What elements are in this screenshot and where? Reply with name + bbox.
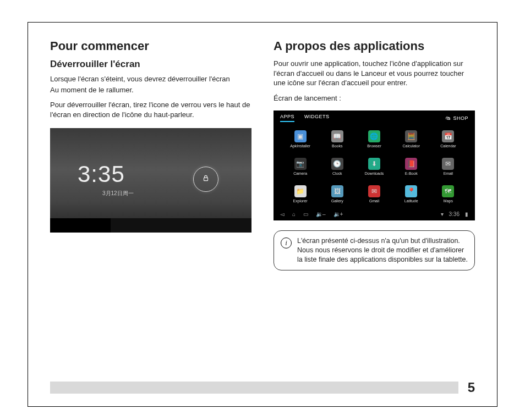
footer-bar	[50, 382, 458, 394]
lock-ring	[193, 167, 218, 192]
app-email[interactable]: ✉Email	[431, 154, 465, 179]
home-icon[interactable]: ⌂	[292, 211, 296, 217]
vol-down-icon[interactable]: 🔉–	[316, 211, 326, 217]
lock-time: 3:35	[78, 161, 125, 187]
app-icon: ✉	[442, 158, 454, 170]
app-label: Clock	[332, 172, 342, 175]
app-icon: 🗺	[442, 185, 454, 197]
note-text: L'écran présenté ci-dessus n'a qu'un but…	[297, 236, 468, 264]
app-icon: 🕒	[331, 158, 343, 170]
page-frame: Pour commencer Déverrouiller l'écran Lor…	[28, 22, 497, 407]
app-icon: 📷	[294, 158, 307, 170]
app-icon: 📍	[405, 185, 417, 197]
lock-date: 3月12日周一	[102, 190, 134, 197]
manual-page: Pour commencer Déverrouiller l'écran Lor…	[0, 0, 525, 420]
tab-widgets[interactable]: WIDGETS	[304, 114, 330, 122]
info-icon: i	[281, 237, 292, 248]
app-icon: 🖼	[331, 185, 343, 197]
left-para-2: Au moment de le rallumer.	[50, 85, 251, 95]
app-icon: ⬇	[368, 158, 380, 170]
app-browser[interactable]: 🌐Browser	[357, 126, 391, 152]
app-gallery[interactable]: 🖼Gallery	[320, 181, 354, 207]
app-label: Latitude	[404, 199, 418, 203]
right-heading: A propos des applications	[274, 39, 475, 53]
app-label: Calendar	[440, 144, 456, 148]
app-label: Calculator	[402, 144, 420, 148]
app-icon: ▣	[294, 130, 307, 142]
app-label: Camera	[293, 172, 307, 175]
launcher-screenshot: APPS WIDGETS 🛍 SHOP ▣ApkInstaller📖Books🌐…	[274, 110, 475, 220]
page-number: 5	[465, 380, 475, 395]
shop-label: SHOP	[453, 115, 468, 121]
app-icon: 🌐	[368, 130, 380, 142]
app-explorer[interactable]: 📁Explorer	[283, 181, 317, 207]
app-e-book[interactable]: 📕E-Book	[395, 154, 428, 179]
app-label: Gmail	[369, 199, 379, 203]
lock-screen-illustration: 3:35 3月12日周一	[50, 128, 251, 233]
app-icon: 🧮	[405, 130, 417, 142]
battery-icon: ▮	[465, 211, 468, 217]
app-downloads[interactable]: ⬇Downloads	[357, 154, 391, 179]
tab-apps[interactable]: APPS	[280, 114, 294, 122]
right-column: A propos des applications Pour ouvrir un…	[274, 39, 475, 368]
left-para-1: Lorsque l'écran s'éteint, vous devrez dé…	[50, 74, 251, 84]
app-clock[interactable]: 🕒Clock	[320, 154, 354, 179]
app-label: E-Book	[405, 172, 418, 175]
wifi-icon: ▾	[441, 211, 444, 217]
app-latitude[interactable]: 📍Latitude	[395, 181, 428, 207]
right-para-1: Pour ouvrir une application, touchez l'i…	[274, 59, 475, 88]
info-note: i L'écran présenté ci-dessus n'a qu'un b…	[274, 230, 475, 270]
shop-link[interactable]: 🛍 SHOP	[446, 115, 468, 121]
recent-icon[interactable]: ▭	[303, 211, 308, 217]
app-maps[interactable]: 🗺Maps	[431, 181, 465, 207]
app-label: Downloads	[365, 172, 384, 175]
back-icon[interactable]: ◅	[280, 211, 285, 217]
left-para-3: Pour déverrouiller l'écran, tirez l'icon…	[50, 100, 251, 119]
app-label: ApkInstaller	[290, 144, 310, 148]
app-books[interactable]: 📖Books	[320, 126, 354, 152]
app-label: Maps	[444, 199, 453, 203]
launch-label: Écran de lancement :	[274, 93, 475, 103]
nav-buttons: ◅ ⌂ ▭ 🔉– 🔉+	[280, 211, 343, 217]
page-footer: 5	[50, 380, 475, 395]
app-icon: 📅	[442, 130, 454, 142]
app-grid: ▣ApkInstaller📖Books🌐Browser🧮Calculator📅C…	[280, 124, 468, 209]
launcher-tabs: APPS WIDGETS	[280, 114, 330, 122]
app-label: Books	[332, 144, 342, 148]
status-time: 3:36	[449, 211, 460, 217]
app-label: Gallery	[331, 199, 343, 203]
app-calculator[interactable]: 🧮Calculator	[395, 126, 428, 152]
app-icon: ✉	[368, 185, 380, 197]
left-column: Pour commencer Déverrouiller l'écran Lor…	[50, 39, 251, 368]
lock-bottom-bar-dark	[50, 218, 111, 233]
app-camera[interactable]: 📷Camera	[283, 154, 317, 179]
two-columns: Pour commencer Déverrouiller l'écran Lor…	[50, 39, 475, 368]
app-apkinstaller[interactable]: ▣ApkInstaller	[283, 126, 317, 152]
app-icon: 📖	[331, 130, 343, 142]
app-label: Browser	[367, 144, 381, 148]
app-calendar[interactable]: 📅Calendar	[431, 126, 465, 152]
status-area: ▾ 3:36 ▮	[441, 211, 468, 217]
launcher-system-bar: ◅ ⌂ ▭ 🔉– 🔉+ ▾ 3:36 ▮	[280, 209, 468, 217]
app-icon: 📁	[294, 185, 307, 197]
app-label: Explorer	[293, 199, 308, 203]
app-icon: 📕	[405, 158, 417, 170]
left-subheading: Déverrouiller l'écran	[50, 59, 251, 70]
launcher-top-bar: APPS WIDGETS 🛍 SHOP	[280, 114, 468, 124]
svg-rect-0	[204, 178, 208, 181]
app-label: Email	[444, 172, 453, 175]
vol-up-icon[interactable]: 🔉+	[333, 211, 343, 217]
app-gmail[interactable]: ✉Gmail	[357, 181, 391, 207]
left-heading: Pour commencer	[50, 39, 251, 53]
shop-icon: 🛍	[446, 115, 451, 121]
lock-icon	[202, 174, 210, 184]
